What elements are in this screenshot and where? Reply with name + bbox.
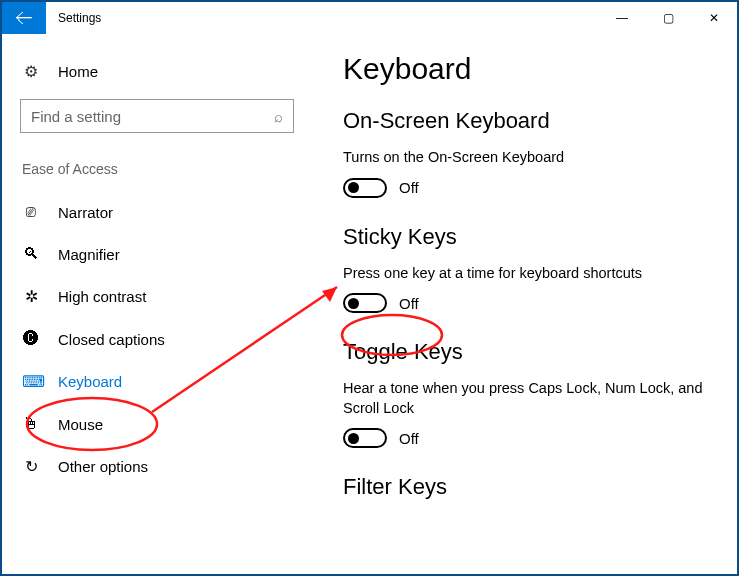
sidebar-item-label: Magnifier	[58, 246, 120, 263]
minimize-icon: —	[616, 11, 628, 25]
section-desc: Hear a tone when you press Caps Lock, Nu…	[343, 379, 703, 418]
sidebar-item-keyboard[interactable]: ⌨ Keyboard	[20, 360, 294, 403]
sidebar: ⚙ Home Find a setting ⌕ Ease of Access ⎚…	[2, 34, 312, 574]
sidebar-item-label: High contrast	[58, 288, 146, 305]
section-desc: Turns on the On-Screen Keyboard	[343, 148, 703, 168]
narrator-icon: ⎚	[22, 203, 40, 221]
closed-captions-icon: 🅒	[22, 330, 40, 348]
sidebar-item-label: Keyboard	[58, 373, 122, 390]
section-on-screen-keyboard: On-Screen Keyboard Turns on the On-Scree…	[343, 108, 707, 198]
search-placeholder: Find a setting	[31, 108, 274, 125]
gear-icon: ⚙	[22, 62, 40, 81]
maximize-icon: ▢	[663, 11, 674, 25]
toggle-knob	[348, 182, 359, 193]
sidebar-item-narrator[interactable]: ⎚ Narrator	[20, 191, 294, 233]
sidebar-item-mouse[interactable]: 🖱 Mouse	[20, 403, 294, 445]
section-sticky-keys: Sticky Keys Press one key at a time for …	[343, 224, 707, 314]
page-title: Keyboard	[343, 52, 707, 86]
app-title: Settings	[46, 2, 599, 34]
section-title: Toggle Keys	[343, 339, 707, 365]
maximize-button[interactable]: ▢	[645, 2, 691, 34]
arrow-left-icon: 🡠	[15, 8, 33, 29]
other-options-icon: ↻	[22, 457, 40, 476]
category-title: Ease of Access	[20, 161, 294, 177]
sidebar-item-high-contrast[interactable]: ✲ High contrast	[20, 275, 294, 318]
high-contrast-icon: ✲	[22, 287, 40, 306]
sidebar-item-magnifier[interactable]: 🔍︎ Magnifier	[20, 233, 294, 275]
toggle-knob	[348, 298, 359, 309]
close-icon: ✕	[709, 11, 719, 25]
magnifier-icon: 🔍︎	[22, 245, 40, 263]
section-toggle-keys: Toggle Keys Hear a tone when you press C…	[343, 339, 707, 448]
sidebar-item-label: Closed captions	[58, 331, 165, 348]
home-label: Home	[58, 63, 98, 80]
search-input[interactable]: Find a setting ⌕	[20, 99, 294, 133]
section-title: On-Screen Keyboard	[343, 108, 707, 134]
sidebar-item-label: Narrator	[58, 204, 113, 221]
sidebar-item-other-options[interactable]: ↻ Other options	[20, 445, 294, 488]
close-button[interactable]: ✕	[691, 2, 737, 34]
sidebar-item-label: Mouse	[58, 416, 103, 433]
toggle-state: Off	[399, 179, 419, 196]
toggle-keys-toggle[interactable]	[343, 428, 387, 448]
content-pane: Keyboard On-Screen Keyboard Turns on the…	[312, 34, 737, 574]
sticky-keys-toggle[interactable]	[343, 293, 387, 313]
titlebar: 🡠 Settings — ▢ ✕	[2, 2, 737, 34]
sidebar-item-closed-captions[interactable]: 🅒 Closed captions	[20, 318, 294, 360]
settings-window: 🡠 Settings — ▢ ✕ ⚙ Home Find a setting ⌕…	[0, 0, 739, 576]
section-title: Sticky Keys	[343, 224, 707, 250]
toggle-state: Off	[399, 430, 419, 447]
keyboard-icon: ⌨	[22, 372, 40, 391]
toggle-state: Off	[399, 295, 419, 312]
back-button[interactable]: 🡠	[2, 2, 46, 34]
toggle-knob	[348, 433, 359, 444]
search-icon: ⌕	[274, 108, 283, 125]
section-filter-keys: Filter Keys	[343, 474, 707, 500]
section-title: Filter Keys	[343, 474, 707, 500]
home-nav[interactable]: ⚙ Home	[20, 56, 294, 99]
minimize-button[interactable]: —	[599, 2, 645, 34]
mouse-icon: 🖱	[22, 415, 40, 433]
section-desc: Press one key at a time for keyboard sho…	[343, 264, 703, 284]
window-controls: — ▢ ✕	[599, 2, 737, 34]
sidebar-item-label: Other options	[58, 458, 148, 475]
onscreen-keyboard-toggle[interactable]	[343, 178, 387, 198]
